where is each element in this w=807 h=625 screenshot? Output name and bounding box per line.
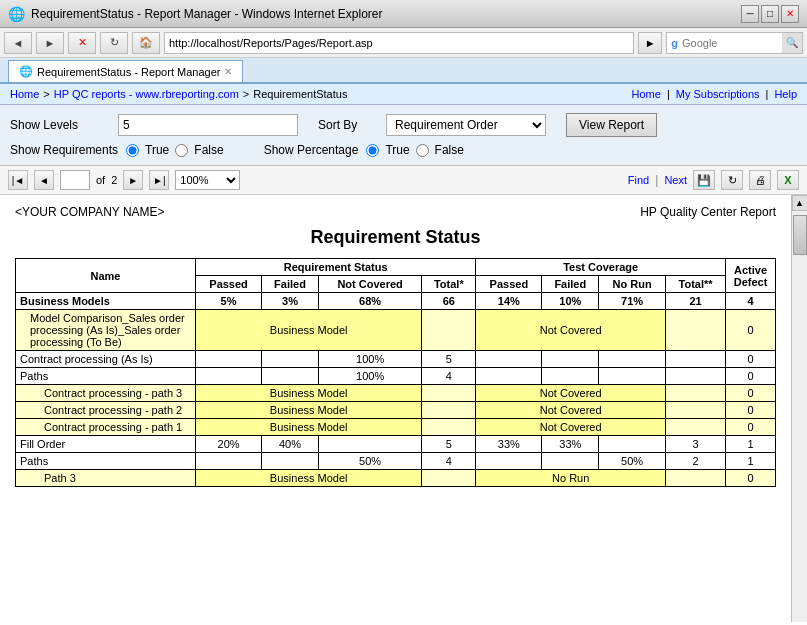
go-button[interactable]: ► [638,32,662,54]
col-req-total: Total* [422,276,476,293]
cell-tc-no-run [599,368,666,385]
row-name: Business Models [16,293,196,310]
cell-req-total [422,310,476,351]
show-req-false-label: False [194,143,223,157]
print-icon[interactable]: 🖨 [749,170,771,190]
google-logo: g [667,37,682,49]
ie-logo-icon: 🌐 [8,6,25,22]
cell-active-defect: 0 [726,310,776,351]
cell-tc-special: Not Covered [476,310,666,351]
top-link-help[interactable]: Help [774,88,797,100]
google-search-input[interactable] [682,33,782,53]
cell-req-failed [262,453,319,470]
top-links: Home | My Subscriptions | Help [632,88,797,100]
cell-req-special: Business Model [196,385,422,402]
breadcrumb-home[interactable]: Home [10,88,39,100]
zoom-select[interactable]: 100% 75% 50% 150% [175,170,240,190]
cell-tc-total [666,419,726,436]
show-pct-radio-group: True False [366,143,464,157]
company-name: <YOUR COMPANY NAME> [15,205,165,219]
sort-by-select[interactable]: Requirement Order Name Status [386,114,546,136]
address-input[interactable] [164,32,634,54]
cell-tc-total: 2 [666,453,726,470]
cell-tc-total: 21 [666,293,726,310]
tab-close-icon[interactable]: ✕ [224,66,232,77]
row-name: Paths [16,453,196,470]
breadcrumb: Home > HP QC reports - www.rbreporting.c… [10,88,347,100]
cell-req-failed [262,368,319,385]
refresh-icon[interactable]: ↻ [721,170,743,190]
breadcrumb-hpqc[interactable]: HP QC reports - www.rbreporting.com [54,88,239,100]
cell-active-defect: 0 [726,351,776,368]
cell-req-passed [196,351,262,368]
breadcrumb-bar: Home > HP QC reports - www.rbreporting.c… [0,84,807,105]
report-source: HP Quality Center Report [640,205,776,219]
show-levels-label: Show Levels [10,118,110,132]
col-tc-failed: Failed [542,276,599,293]
cell-tc-passed: 33% [476,436,542,453]
show-pct-true-label: True [385,143,409,157]
top-link-home[interactable]: Home [632,88,661,100]
show-levels-input[interactable] [118,114,298,136]
scroll-thumb[interactable] [793,215,807,255]
page-of-label: of [96,174,105,186]
browser-tab[interactable]: 🌐 RequirementStatus - Report Manager ✕ [8,60,243,82]
show-req-true-label: True [145,143,169,157]
row-name: Paths [16,368,196,385]
export-icon[interactable]: 💾 [693,170,715,190]
refresh-button[interactable]: ↻ [100,32,128,54]
cell-req-total [422,419,476,436]
cell-tc-total [666,351,726,368]
table-header-row-1: Name Requirement Status Test Coverage Ac… [16,259,776,276]
row-name: Fill Order [16,436,196,453]
show-req-false-radio[interactable] [175,144,188,157]
cell-tc-special: Not Covered [476,385,666,402]
row-name: Contract processing (As Is) [16,351,196,368]
row-name: Contract processing - path 3 [16,385,196,402]
page-number-input[interactable]: 1 [60,170,90,190]
cell-req-not-covered: 50% [318,453,422,470]
cell-active-defect: 0 [726,385,776,402]
find-label[interactable]: Find [628,174,649,186]
col-tc-passed: Passed [476,276,542,293]
cell-tc-failed [542,453,599,470]
cell-active-defect: 0 [726,470,776,487]
back-button[interactable]: ◄ [4,32,32,54]
last-page-button[interactable]: ►| [149,170,169,190]
home-button[interactable]: 🏠 [132,32,160,54]
window-controls[interactable]: ─ □ ✕ [741,5,799,23]
minimize-button[interactable]: ─ [741,5,759,23]
excel-icon[interactable]: X [777,170,799,190]
cell-tc-failed [542,351,599,368]
cell-req-total: 5 [422,351,476,368]
close-button[interactable]: ✕ [781,5,799,23]
cell-req-passed: 5% [196,293,262,310]
forward-button[interactable]: ► [36,32,64,54]
show-percentage-label: Show Percentage [264,143,359,157]
cell-tc-special: Not Covered [476,419,666,436]
restore-button[interactable]: □ [761,5,779,23]
google-search-button[interactable]: 🔍 [782,33,802,53]
prev-page-button[interactable]: ◄ [34,170,54,190]
cell-req-total: 4 [422,368,476,385]
breadcrumb-current: RequirementStatus [253,88,347,100]
report-content: <YOUR COMPANY NAME> HP Quality Center Re… [0,195,791,622]
cell-tc-no-run [599,436,666,453]
sort-by-label: Sort By [318,118,378,132]
window-title: RequirementStatus - Report Manager - Win… [31,7,383,21]
first-page-button[interactable]: |◄ [8,170,28,190]
show-pct-false-radio[interactable] [416,144,429,157]
report-scroll-container: <YOUR COMPANY NAME> HP Quality Center Re… [0,195,807,622]
top-link-subscriptions[interactable]: My Subscriptions [676,88,760,100]
show-pct-true-radio[interactable] [366,144,379,157]
col-header-active-defect: Active Defect [726,259,776,293]
show-req-true-radio[interactable] [126,144,139,157]
cell-req-failed: 40% [262,436,319,453]
scroll-up-button[interactable]: ▲ [792,195,808,211]
col-tc-no-run: No Run [599,276,666,293]
next-page-button[interactable]: ► [123,170,143,190]
view-report-button[interactable]: View Report [566,113,657,137]
next-label[interactable]: Next [664,174,687,186]
stop-button[interactable]: ✕ [68,32,96,54]
show-requirements-label: Show Requirements [10,143,118,157]
